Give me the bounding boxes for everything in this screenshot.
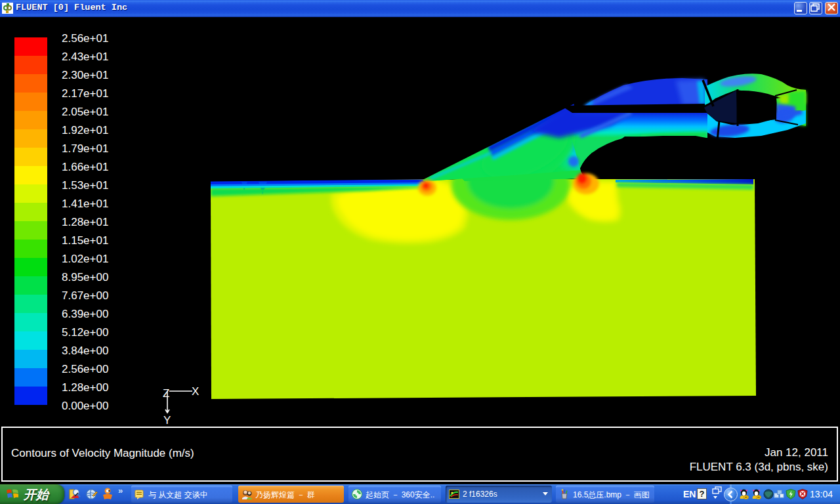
svg-text:X: X (192, 385, 199, 398)
svg-text:Y: Y (163, 414, 171, 427)
svg-text:Z: Z (163, 387, 169, 400)
